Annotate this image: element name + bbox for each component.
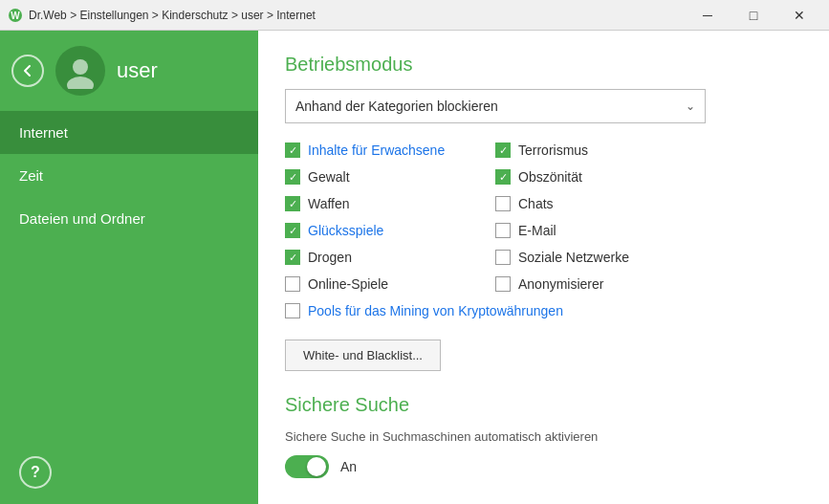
checkbox-drogen-box[interactable] <box>285 250 300 265</box>
checkbox-anonymisierer[interactable]: Anonymisierer <box>495 274 706 294</box>
checkbox-gluecksspiele-box[interactable] <box>285 223 300 238</box>
category-dropdown[interactable]: Anhand der Kategorien blockieren ⌄ <box>285 89 706 123</box>
checkbox-chats-box[interactable] <box>495 196 511 211</box>
username: user <box>117 58 158 83</box>
sichere-suche-toggle-row: An <box>285 455 802 478</box>
help-button[interactable]: ? <box>19 456 52 489</box>
checkbox-email-label: E-Mail <box>518 223 556 238</box>
checkbox-gluecksspiele[interactable]: Glücksspiele <box>285 221 495 240</box>
checkbox-onlinespiele-box[interactable] <box>285 276 300 292</box>
sichere-suche-toggle[interactable] <box>285 455 329 478</box>
svg-point-2 <box>73 59 88 75</box>
checkbox-terrorismus-label: Terrorismus <box>518 142 588 158</box>
dropdown-value: Anhand der Kategorien blockieren <box>295 99 498 114</box>
sichere-suche-desc: Sichere Suche in Suchmaschinen automatis… <box>285 429 802 444</box>
betriebsmodus-title: Betriebsmodus <box>285 54 802 76</box>
checkbox-obszoenitaet-label: Obszönität <box>518 169 582 185</box>
window-controls: ─ □ ✕ <box>686 0 821 31</box>
checkbox-onlinespiele[interactable]: Online-Spiele <box>285 274 495 294</box>
back-button[interactable] <box>11 55 44 87</box>
checkbox-terrorismus-box[interactable] <box>495 142 511 158</box>
checkbox-pools[interactable]: Pools für das Mining von Kryptowährungen <box>285 301 706 320</box>
checkbox-anonymisierer-box[interactable] <box>495 276 511 292</box>
sidebar-item-dateien[interactable]: Dateien und Ordner <box>0 197 258 240</box>
checkbox-email[interactable]: E-Mail <box>495 221 706 240</box>
checkbox-terrorismus[interactable]: Terrorismus <box>495 141 706 160</box>
category-checkboxes: Inhalte für Erwachsene Terrorismus Gewal… <box>285 141 706 320</box>
checkbox-soziale-box[interactable] <box>495 250 511 265</box>
sidebar-bottom: ? <box>0 441 258 504</box>
checkbox-obszoenitaet[interactable]: Obszönität <box>495 167 706 186</box>
checkbox-chats[interactable]: Chats <box>495 194 706 213</box>
checkbox-pools-label: Pools für das Mining von Kryptowährungen <box>308 303 563 318</box>
sidebar-item-internet[interactable]: Internet <box>0 111 258 154</box>
maximize-button[interactable]: □ <box>731 0 775 31</box>
chevron-down-icon: ⌄ <box>686 99 695 113</box>
sidebar-header: user <box>0 31 258 111</box>
checkbox-gewalt-box[interactable] <box>285 169 300 185</box>
checkbox-waffen-label: Waffen <box>308 196 350 211</box>
checkbox-gewalt-label: Gewalt <box>308 169 350 185</box>
titlebar: W Dr.Web > Einstellungen > Kinderschutz … <box>0 0 829 31</box>
svg-point-3 <box>67 77 94 89</box>
checkbox-waffen[interactable]: Waffen <box>285 194 495 213</box>
checkbox-waffen-box[interactable] <box>285 196 300 211</box>
toggle-label: An <box>340 459 357 474</box>
checkbox-email-box[interactable] <box>495 223 511 238</box>
checkbox-pools-box[interactable] <box>285 303 300 318</box>
content-area: Betriebsmodus Anhand der Kategorien bloc… <box>258 31 829 504</box>
minimize-button[interactable]: ─ <box>686 0 730 31</box>
checkbox-anonymisierer-label: Anonymisierer <box>518 276 603 292</box>
checkbox-erwachsene-box[interactable] <box>285 142 300 158</box>
close-button[interactable]: ✕ <box>777 0 821 31</box>
checkbox-drogen-label: Drogen <box>308 250 352 265</box>
checkbox-soziale-label: Soziale Netzwerke <box>518 250 629 265</box>
main-layout: user Internet Zeit Dateien und Ordner ? … <box>0 31 829 504</box>
avatar <box>55 46 105 96</box>
checkbox-erwachsene-label: Inhalte für Erwachsene <box>308 142 445 158</box>
sichere-suche-title: Sichere Suche <box>285 394 802 416</box>
whitelist-button[interactable]: White- und Blacklist... <box>285 340 441 371</box>
svg-text:W: W <box>11 11 20 21</box>
checkbox-onlinespiele-label: Online-Spiele <box>308 276 388 292</box>
checkbox-chats-label: Chats <box>518 196 554 211</box>
titlebar-text: Dr.Web > Einstellungen > Kinderschutz > … <box>29 9 686 22</box>
sidebar-item-zeit[interactable]: Zeit <box>0 154 258 197</box>
checkbox-soziale[interactable]: Soziale Netzwerke <box>495 248 706 267</box>
checkbox-gluecksspiele-label: Glücksspiele <box>308 223 383 238</box>
toggle-knob <box>307 457 326 476</box>
app-icon: W <box>8 8 23 23</box>
sidebar: user Internet Zeit Dateien und Ordner ? <box>0 31 258 504</box>
checkbox-obszoenitaet-box[interactable] <box>495 169 511 185</box>
checkbox-drogen[interactable]: Drogen <box>285 248 495 267</box>
checkbox-gewalt[interactable]: Gewalt <box>285 167 495 186</box>
checkbox-erwachsene[interactable]: Inhalte für Erwachsene <box>285 141 495 160</box>
